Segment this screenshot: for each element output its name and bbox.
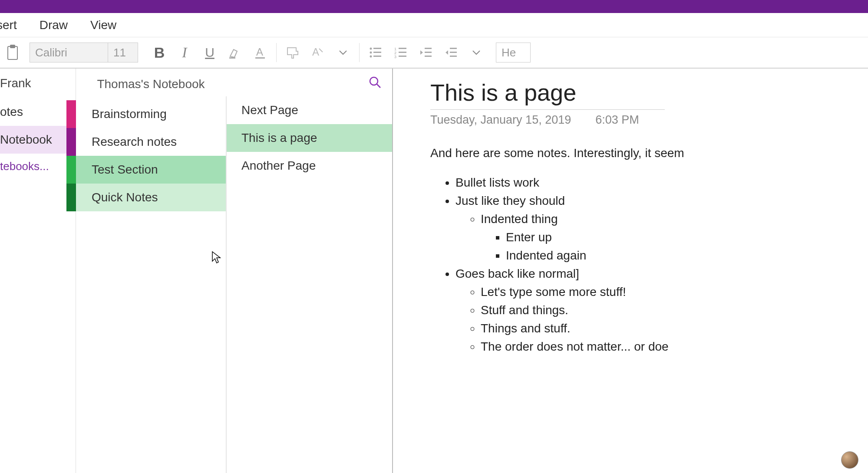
svg-rect-4 bbox=[255, 57, 265, 59]
svg-point-24 bbox=[370, 77, 378, 85]
section-list: Thomas's Notebook Brainstorming Research… bbox=[76, 69, 226, 473]
list-item[interactable]: Indented again bbox=[506, 246, 868, 265]
svg-rect-21 bbox=[450, 48, 457, 49]
svg-rect-20 bbox=[425, 56, 432, 57]
font-name-field[interactable]: Calibri bbox=[30, 43, 108, 62]
svg-text:3: 3 bbox=[394, 55, 396, 58]
more-notebooks-link[interactable]: tebooks... bbox=[0, 154, 76, 179]
clipboard-icon[interactable] bbox=[0, 42, 25, 63]
toolbar-separator bbox=[276, 43, 277, 62]
list-item[interactable]: Just like they should Indented thing Ent… bbox=[455, 192, 868, 265]
toolbar-separator bbox=[359, 43, 360, 62]
font-color-icon[interactable]: A bbox=[248, 42, 273, 63]
page-item[interactable]: Another Page bbox=[226, 152, 392, 180]
indent-icon[interactable] bbox=[439, 42, 464, 63]
list-item[interactable]: Let's type some more stuff! bbox=[481, 283, 868, 301]
ribbon-tabs: sert Draw View bbox=[0, 13, 868, 37]
svg-rect-0 bbox=[8, 46, 17, 59]
page-list-header bbox=[226, 69, 392, 96]
svg-rect-22 bbox=[450, 52, 457, 53]
page-list: Next Page This is a page Another Page bbox=[226, 69, 393, 473]
section-color-tab bbox=[66, 128, 76, 156]
svg-point-8 bbox=[370, 52, 372, 54]
search-icon[interactable] bbox=[369, 76, 382, 89]
page-date: Tuesday, January 15, 2019 bbox=[430, 113, 571, 127]
list-item[interactable]: Enter up bbox=[506, 228, 868, 246]
page-title[interactable]: This is a page bbox=[430, 79, 665, 110]
list-item[interactable]: Bullet lists work bbox=[455, 174, 868, 192]
section-item[interactable]: Brainstorming bbox=[76, 100, 226, 128]
section-item[interactable]: Quick Notes bbox=[76, 184, 226, 211]
toolbar: Calibri 11 B I U A A 123 He bbox=[0, 37, 868, 68]
page-item[interactable]: Next Page bbox=[226, 96, 392, 124]
bullet-list-icon[interactable] bbox=[363, 42, 388, 63]
list-item[interactable]: Goes back like normal] Let's type some m… bbox=[455, 265, 868, 356]
svg-line-25 bbox=[377, 84, 380, 88]
page-content[interactable]: This is a page Tuesday, January 15, 2019… bbox=[393, 69, 868, 473]
notebook-item-label: Notebook bbox=[0, 133, 52, 146]
font-size-field[interactable]: 11 bbox=[108, 43, 138, 62]
page-meta: Tuesday, January 15, 2019 6:03 PM bbox=[430, 110, 868, 144]
svg-rect-9 bbox=[373, 52, 381, 53]
svg-rect-15 bbox=[399, 52, 406, 53]
section-item-label: Brainstorming bbox=[92, 107, 167, 121]
list-item[interactable]: Things and stuff. bbox=[481, 319, 868, 338]
italic-button[interactable]: I bbox=[172, 42, 197, 63]
svg-point-10 bbox=[370, 56, 372, 58]
section-item[interactable]: Test Section bbox=[76, 156, 226, 184]
svg-rect-13 bbox=[399, 48, 406, 49]
avatar[interactable] bbox=[841, 451, 858, 469]
underline-button[interactable]: U bbox=[197, 42, 222, 63]
body-paragraph[interactable]: And here are some notes. Interestingly, … bbox=[430, 144, 868, 162]
main-area: Frank otes Notebook tebooks... Thomas's … bbox=[0, 68, 868, 473]
svg-rect-18 bbox=[425, 48, 432, 49]
clear-format-icon[interactable]: A bbox=[305, 42, 330, 63]
svg-text:A: A bbox=[312, 46, 319, 58]
format-painter-icon[interactable] bbox=[280, 42, 305, 63]
section-item[interactable]: Research notes bbox=[76, 128, 226, 156]
notebook-item[interactable]: otes bbox=[0, 98, 76, 126]
chevron-down-icon[interactable] bbox=[330, 42, 356, 63]
svg-rect-7 bbox=[373, 48, 381, 49]
svg-point-6 bbox=[370, 48, 372, 50]
highlight-icon[interactable] bbox=[222, 42, 248, 63]
list-item[interactable]: The order does not matter... or doe bbox=[481, 338, 868, 356]
cursor-icon bbox=[211, 251, 221, 264]
page-item-label: Another Page bbox=[241, 159, 316, 173]
ribbon-tab-view[interactable]: View bbox=[79, 18, 128, 32]
chevron-down-icon[interactable] bbox=[464, 42, 489, 63]
notebook-list: Frank otes Notebook tebooks... bbox=[0, 69, 76, 473]
app-titlebar bbox=[0, 0, 868, 13]
section-color-tab bbox=[66, 156, 76, 184]
heading-style-selector[interactable]: He bbox=[496, 43, 531, 62]
notebook-item[interactable]: Notebook bbox=[0, 126, 76, 154]
page-body[interactable]: And here are some notes. Interestingly, … bbox=[430, 144, 868, 356]
list-item[interactable]: Indented thing Enter up Indented again bbox=[481, 210, 868, 265]
bold-button[interactable]: B bbox=[147, 42, 172, 63]
svg-rect-11 bbox=[373, 56, 381, 57]
svg-rect-23 bbox=[450, 56, 457, 57]
list-item[interactable]: Stuff and things. bbox=[481, 301, 868, 319]
page-time: 6:03 PM bbox=[595, 113, 639, 127]
svg-rect-17 bbox=[399, 56, 406, 57]
page-item[interactable]: This is a page bbox=[226, 124, 392, 152]
page-item-label: Next Page bbox=[241, 103, 298, 117]
page-item-label: This is a page bbox=[241, 131, 317, 145]
section-item-label: Research notes bbox=[92, 135, 177, 149]
notebook-title: Thomas's Notebook bbox=[76, 69, 226, 100]
font-selector[interactable]: Calibri 11 bbox=[30, 43, 138, 62]
section-item-label: Test Section bbox=[92, 163, 158, 177]
notebook-item-label: otes bbox=[0, 105, 23, 118]
svg-rect-1 bbox=[10, 45, 15, 48]
outdent-icon[interactable] bbox=[413, 42, 439, 63]
svg-rect-2 bbox=[229, 57, 235, 59]
section-color-tab bbox=[66, 100, 76, 128]
notebook-owner: Frank bbox=[0, 69, 76, 98]
section-color-tab bbox=[66, 184, 76, 211]
numbered-list-icon[interactable]: 123 bbox=[388, 42, 413, 63]
ribbon-tab-draw[interactable]: Draw bbox=[28, 18, 79, 32]
section-item-label: Quick Notes bbox=[92, 191, 158, 204]
svg-text:A: A bbox=[256, 46, 263, 58]
svg-rect-19 bbox=[425, 52, 432, 53]
ribbon-tab-insert[interactable]: sert bbox=[0, 18, 28, 32]
